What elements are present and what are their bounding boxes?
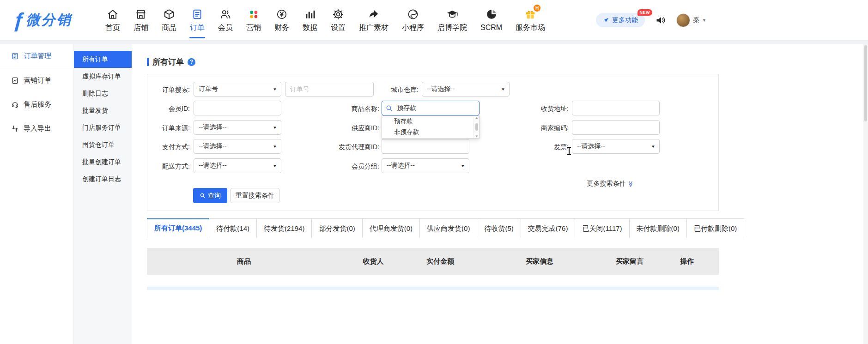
submenu-item-stock-warehouse-orders[interactable]: 囤货仓订单 [74, 136, 132, 153]
member-id-input[interactable] [194, 101, 281, 115]
gear-icon [332, 8, 344, 21]
more-features-button[interactable]: 更多功能 NEW [596, 13, 645, 27]
submenu-item-all-orders[interactable]: 所有订单 [74, 51, 132, 68]
after-sales-icon [11, 101, 19, 109]
nav-item-mini-program[interactable]: 小程序 [402, 8, 424, 32]
nav-item-members[interactable]: 会员 [218, 8, 233, 32]
chevron-down-icon: ▼ [461, 164, 465, 168]
merchant-code-label: 商家编码: [508, 124, 569, 132]
orders-table-header: 商品 收货人 实付金额 买家信息 买家留言 操作 [147, 248, 719, 275]
order-search-type-select[interactable]: 订单号 ▼ [194, 82, 281, 97]
delivery-method-select[interactable]: --请选择-- ▼ [194, 158, 281, 173]
nav-item-orders[interactable]: 订单 [190, 8, 205, 32]
tab-completed[interactable]: 交易完成(76) [521, 218, 576, 238]
avatar [676, 13, 690, 27]
nav-item-promo-materials[interactable]: 推广素材 [359, 8, 388, 32]
dropdown-scrollbar[interactable]: ▲ ▼ [473, 116, 479, 138]
shipping-address-label: 收货地址: [508, 104, 569, 113]
tab-partial-shipment[interactable]: 部分发货(0) [311, 218, 362, 238]
chevron-down-icon: ▼ [501, 87, 505, 91]
sidebar-item-marketing-orders[interactable]: 营销订单 [0, 68, 73, 92]
text-cursor [567, 146, 571, 156]
supplier-id-label: 供应商ID: [322, 124, 379, 132]
payment-method-select[interactable]: --请选择-- ▼ [194, 139, 281, 154]
app-logo[interactable]: ƒ 微分销 [13, 10, 95, 30]
title-accent-bar [147, 58, 149, 66]
import-export-icon [11, 125, 19, 133]
member-id-label: 会员ID: [147, 104, 190, 113]
submenu-item-create-order-log[interactable]: 创建订单日志 [74, 170, 132, 187]
nav-item-data[interactable]: 数据 [303, 8, 317, 32]
tab-unpaid-deleted[interactable]: 未付款删除(0) [629, 218, 687, 238]
tab-closed[interactable]: 已关闭(1117) [575, 218, 629, 238]
th-recipient: 收货人 [341, 257, 406, 266]
sidebar-item-import-export[interactable]: 导入导出 [0, 116, 73, 140]
nav-item-scrm[interactable]: SCRM [480, 8, 502, 32]
nav-item-shop[interactable]: 店铺 [134, 8, 148, 32]
merchant-code-input[interactable] [572, 120, 660, 135]
nav-item-marketing[interactable]: 营销 [246, 8, 261, 32]
nav-item-finance[interactable]: 财务 [274, 8, 289, 32]
product-name-label: 商品名称: [322, 104, 379, 113]
tab-paid-deleted[interactable]: 已付款删除(0) [686, 218, 744, 238]
submenu-item-batch-shipping[interactable]: 批量发货 [74, 102, 132, 119]
chevron-down-icon: ▼ [273, 145, 277, 149]
dropdown-option-non-prepaid[interactable]: 非预存款 [382, 127, 479, 137]
sidebar-item-after-sales[interactable]: 售后服务 [0, 92, 73, 116]
chevron-down-icon: ▼ [651, 145, 656, 149]
nav-item-qibo-academy[interactable]: 启博学院 [437, 8, 467, 32]
city-warehouse-select[interactable]: --请选择-- ▼ [422, 82, 510, 97]
nav-item-products[interactable]: 商品 [162, 8, 176, 32]
submenu-item-delete-log[interactable]: 删除日志 [74, 85, 132, 102]
topnav-right: 更多功能 NEW 秦 ▼ [596, 13, 855, 27]
page-scrollbar[interactable] [863, 44, 868, 344]
speaker-icon[interactable] [655, 15, 666, 26]
chevron-down-icon: ▼ [273, 87, 277, 91]
submenu: 所有订单 虚拟库存订单 删除日志 批量发货 门店服务订单 囤货仓订单 批量创建订… [74, 44, 132, 344]
nav-item-settings[interactable]: 设置 [331, 8, 346, 32]
tab-pending-payment[interactable]: 待付款(14) [209, 218, 257, 238]
invoice-select[interactable]: --请选择-- ▼ [572, 139, 660, 154]
data-icon [304, 8, 316, 21]
tab-agent-shipped[interactable]: 代理商发货(0) [362, 218, 420, 238]
nav-item-home[interactable]: 首页 [105, 8, 120, 32]
shipping-agent-id-input[interactable] [382, 139, 469, 154]
submenu-item-batch-create-orders[interactable]: 批量创建订单 [74, 153, 132, 170]
scrollbar-thumb[interactable] [864, 45, 867, 121]
search-icon [200, 193, 206, 199]
service-market-icon: H [524, 8, 536, 21]
submenu-item-virtual-stock-orders[interactable]: 虚拟库存订单 [74, 68, 132, 85]
more-conditions-link[interactable]: 更多搜索条件 ≫ [587, 180, 634, 188]
orders-icon [191, 8, 203, 21]
help-icon[interactable]: ? [188, 58, 195, 66]
scrm-icon [486, 8, 498, 21]
order-row-header-strip [147, 287, 719, 290]
double-chevron-down-icon: ≫ [628, 181, 634, 187]
goods-icon [163, 8, 175, 21]
chevron-down-icon: ▼ [702, 18, 706, 23]
academy-icon [446, 8, 458, 21]
order-management-icon [11, 52, 19, 60]
scroll-up-icon: ▲ [474, 116, 478, 119]
product-name-dropdown: 预存款 非预存款 ▲ ▼ [382, 115, 480, 139]
order-search-label: 订单搜索: [147, 85, 190, 94]
user-menu[interactable]: 秦 ▼ [676, 13, 706, 27]
order-source-select[interactable]: --请选择-- ▼ [194, 120, 281, 135]
reset-button[interactable]: 重置搜索条件 [231, 188, 279, 203]
search-button[interactable]: 查询 [193, 188, 227, 203]
store-icon [135, 8, 147, 21]
tab-pending-receipt[interactable]: 待收货(5) [477, 218, 521, 238]
service-market-h-badge: H [534, 5, 540, 12]
tab-all-orders[interactable]: 所有订单(3445) [147, 218, 209, 238]
nav-item-service-market[interactable]: H 服务市场 [516, 8, 545, 32]
tab-supplier-shipped[interactable]: 供应商发货(0) [419, 218, 477, 238]
dropdown-option-prepaid[interactable]: 预存款 [382, 116, 479, 127]
member-group-select[interactable]: --请选择-- ▼ [382, 158, 469, 173]
shipping-address-input[interactable] [572, 101, 660, 115]
submenu-item-store-service-orders[interactable]: 门店服务订单 [74, 119, 132, 136]
sidebar-item-order-management[interactable]: 订单管理 [0, 44, 73, 68]
product-name-input[interactable] [382, 101, 480, 115]
tab-pending-shipment[interactable]: 待发货(2194) [256, 218, 312, 238]
main-nav: 首页 店铺 商品 订单 会员 [105, 8, 545, 32]
logo-text: 微分销 [26, 11, 72, 30]
